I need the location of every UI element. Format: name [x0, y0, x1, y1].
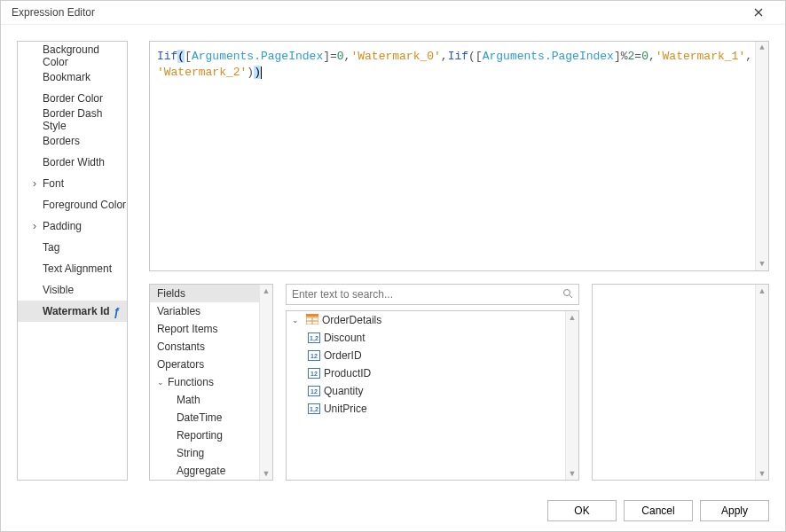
chevron-right-icon: › [28, 177, 41, 190]
search-row [286, 284, 579, 305]
field-root[interactable]: ⌄OrderDetails [287, 311, 565, 329]
category-list[interactable]: FieldsVariablesReport ItemsConstantsOper… [150, 285, 259, 480]
property-item[interactable]: Border Color [18, 88, 127, 109]
property-label: Watermark Id [43, 305, 110, 317]
category-item[interactable]: DateTime [150, 409, 259, 426]
scroll-up-icon[interactable]: ▲ [260, 285, 271, 297]
property-label: Foreground Color [43, 199, 126, 211]
property-label: Padding [43, 220, 82, 232]
field-item[interactable]: 1,2UnitPrice [287, 400, 565, 418]
text-cursor [261, 66, 262, 79]
description-content [593, 285, 755, 480]
property-label: Bookmark [43, 71, 90, 83]
property-list[interactable]: Background ColorBookmarkBorder ColorBord… [17, 41, 128, 481]
field-label: Discount [324, 332, 365, 344]
integer-icon: 12 [308, 350, 320, 361]
property-item[interactable]: Foreground Color [18, 194, 127, 215]
dialog-title: Expression Editor [12, 6, 95, 19]
expr-token: , [648, 50, 656, 63]
category-item[interactable]: Aggregate [150, 462, 259, 480]
dialog-footer: OK Cancel Apply [1, 497, 785, 531]
field-item[interactable]: 1,2Discount [287, 329, 565, 347]
scroll-down-icon[interactable]: ▼ [567, 467, 578, 480]
property-label: Borders [43, 135, 80, 147]
property-item[interactable]: Border Dash Style [18, 109, 127, 130]
property-label: Tag [43, 241, 59, 254]
property-label: Border Dash Style [43, 107, 127, 132]
scroll-up-icon[interactable]: ▲ [757, 285, 768, 297]
expr-token: ]% [614, 50, 628, 63]
scroll-up-icon[interactable]: ▲ [757, 42, 768, 54]
field-label: Quantity [324, 385, 364, 397]
category-item[interactable]: Report Items [150, 320, 259, 338]
property-label: Font [43, 177, 64, 190]
expr-token: , [745, 50, 752, 63]
expr-token: Arguments.PageIndex [483, 50, 614, 63]
category-label: Reporting [177, 429, 223, 442]
expr-token: Iif [448, 50, 468, 63]
cancel-button[interactable]: Cancel [624, 500, 693, 521]
category-label: Constants [157, 340, 205, 353]
expression-editor-dialog: Expression Editor Background ColorBookma… [0, 0, 786, 532]
category-item[interactable]: String [150, 444, 259, 462]
expr-token: , [441, 50, 448, 63]
property-item[interactable]: Visible [18, 279, 127, 301]
expr-token: = [634, 50, 641, 63]
category-item[interactable]: Constants [150, 338, 259, 356]
property-item[interactable]: ›Font [18, 173, 127, 194]
scroll-down-icon[interactable]: ▼ [757, 258, 768, 270]
property-item[interactable]: Tag [18, 237, 127, 258]
field-label: ProductID [324, 367, 371, 379]
svg-point-0 [564, 289, 570, 295]
property-item[interactable]: ›Padding [18, 215, 127, 237]
category-item[interactable]: ⌄Functions [150, 373, 259, 391]
dialog-body: Background ColorBookmarkBorder ColorBord… [1, 25, 785, 497]
svg-rect-1 [306, 314, 318, 317]
scroll-down-icon[interactable]: ▼ [757, 467, 768, 480]
field-item[interactable]: 12Quantity [287, 382, 565, 400]
description-scrollbar[interactable]: ▲ ▼ [755, 285, 768, 480]
property-item[interactable]: Text Alignment [18, 258, 127, 279]
close-icon [754, 8, 763, 17]
property-label: Border Width [43, 156, 105, 168]
category-item[interactable]: Fields [150, 285, 259, 302]
category-item[interactable]: Variables [150, 302, 259, 320]
integer-icon: 12 [308, 386, 320, 396]
category-item[interactable]: Reporting [150, 426, 259, 444]
scroll-up-icon[interactable]: ▲ [567, 311, 578, 324]
property-item[interactable]: Border Width [18, 152, 127, 173]
expr-token: ) [254, 66, 261, 79]
chevron-down-icon: ⌄ [292, 316, 303, 325]
category-label: Variables [157, 305, 200, 317]
ok-button[interactable]: OK [547, 500, 617, 521]
expr-token: ]= [323, 50, 337, 63]
editor-scrollbar[interactable]: ▲ ▼ [755, 42, 768, 270]
integer-icon: 12 [308, 368, 320, 379]
search-icon[interactable] [562, 288, 573, 301]
expr-token: 0 [337, 50, 344, 63]
category-label: Functions [168, 376, 214, 388]
scroll-down-icon[interactable]: ▼ [260, 467, 271, 480]
chevron-right-icon: › [28, 220, 41, 232]
category-item[interactable]: Operators [150, 356, 259, 373]
fields-scrollbar[interactable]: ▲ ▼ [565, 311, 578, 480]
expr-token: 'Watermark_1' [656, 50, 745, 63]
search-input[interactable] [292, 288, 562, 301]
fields-box: ⌄OrderDetails1,2Discount12OrderID12Produ… [286, 310, 579, 481]
category-item[interactable]: Math [150, 391, 259, 409]
category-scrollbar[interactable]: ▲ ▼ [259, 285, 272, 480]
field-item[interactable]: 12ProductID [287, 364, 565, 382]
property-item[interactable]: Background Color [18, 45, 127, 66]
fields-list[interactable]: ⌄OrderDetails1,2Discount12OrderID12Produ… [287, 311, 565, 480]
property-item[interactable]: Borders [18, 130, 127, 152]
close-button[interactable] [741, 1, 776, 24]
expression-textarea[interactable]: Iif([Arguments.PageIndex]=0,'Watermark_0… [149, 41, 769, 271]
apply-button[interactable]: Apply [700, 500, 769, 521]
property-item[interactable]: Bookmark [18, 66, 127, 88]
property-label: Text Alignment [43, 262, 112, 275]
category-label: Math [177, 394, 200, 406]
field-item[interactable]: 12OrderID [287, 347, 565, 364]
category-label: Operators [157, 358, 204, 371]
property-item[interactable]: Watermark Id [18, 301, 127, 322]
expr-token: Iif [157, 50, 177, 63]
